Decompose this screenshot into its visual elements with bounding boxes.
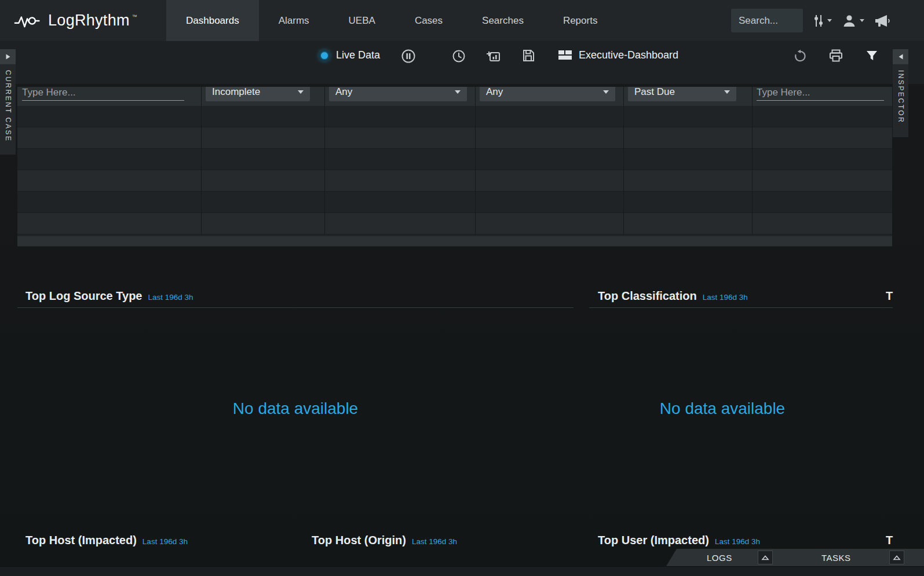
- widget-header-truncated: T: [886, 289, 894, 303]
- table-horizontal-scrollbar[interactable]: [17, 236, 892, 246]
- table-filter-cell: Type Here...: [752, 87, 892, 106]
- up-arrow-icon: [761, 555, 769, 560]
- expand-logs-button[interactable]: [758, 551, 773, 564]
- announcements-button[interactable]: [874, 13, 890, 28]
- select-value: Past Due: [634, 87, 675, 98]
- tab-cases[interactable]: Cases: [395, 0, 462, 41]
- undo-button[interactable]: [793, 49, 807, 63]
- widget-time-range: Last 196d 3h: [143, 537, 188, 546]
- caret-down-icon: [860, 19, 864, 22]
- pause-button[interactable]: [401, 49, 416, 64]
- table-row: [17, 149, 892, 170]
- filter-icon: [865, 50, 878, 61]
- dashboard-grid-icon: [558, 49, 573, 61]
- user-menu[interactable]: [842, 13, 864, 28]
- undo-icon: [793, 49, 807, 63]
- expand-right-icon: [5, 53, 11, 60]
- tab-dashboards[interactable]: Dashboards: [166, 0, 259, 41]
- table-filter-cell: Any: [475, 87, 623, 106]
- table-filter-cell: Any: [324, 87, 475, 106]
- expand-inspector-button[interactable]: [893, 49, 908, 64]
- dashboard-selector[interactable]: Executive-Dashboard: [558, 49, 678, 61]
- priority-filter-select[interactable]: Any: [480, 87, 615, 101]
- expand-current-case-button[interactable]: [0, 49, 16, 64]
- dashboard-toolbar: Live Data: [0, 41, 924, 84]
- table-filter-cell: Incomplete: [201, 87, 324, 106]
- column-divider: [623, 87, 624, 234]
- save-icon: [521, 49, 535, 63]
- logrhythm-logo[interactable]: LogRhythm ™: [0, 0, 166, 41]
- tasks-panel-label: TASKS: [821, 553, 851, 563]
- table-row: [17, 106, 892, 127]
- print-button[interactable]: [828, 49, 843, 63]
- tag-filter-input[interactable]: Type Here...: [757, 87, 884, 101]
- tab-ueba[interactable]: UEBA: [329, 0, 395, 41]
- current-case-label: CURRENT CASE: [4, 70, 12, 142]
- logo-wave-icon: [14, 12, 42, 30]
- widget-header-top-classification: Top Classification Last 196d 3h: [598, 289, 748, 303]
- due-date-filter-select[interactable]: Past Due: [628, 87, 736, 101]
- inspector-label: INSPECTOR: [897, 70, 905, 123]
- select-value: Incomplete: [212, 87, 260, 98]
- no-data-message: No data available: [589, 399, 856, 418]
- expand-tasks-button[interactable]: [889, 551, 904, 564]
- time-range-button[interactable]: [452, 49, 466, 63]
- status-filter-select[interactable]: Incomplete: [206, 87, 310, 101]
- case-name-filter-input[interactable]: Type Here...: [22, 87, 184, 101]
- no-data-message: No data available: [17, 399, 574, 418]
- widget-header-top-log-source-type: Top Log Source Type Last 196d 3h: [25, 289, 193, 303]
- user-icon: [842, 13, 857, 28]
- caret-down-icon: [603, 90, 609, 94]
- sliders-icon: [813, 13, 824, 28]
- table-row: [17, 127, 892, 149]
- tab-searches[interactable]: Searches: [462, 0, 543, 41]
- widget-title: T: [886, 534, 893, 547]
- logrhythm-app: LogRhythm ™ Dashboards Alarms UEBA Cases…: [0, 0, 924, 576]
- owner-filter-select[interactable]: Any: [329, 87, 467, 101]
- settings-menu[interactable]: [813, 13, 832, 28]
- caret-down-icon: [298, 90, 304, 94]
- widget-header-top-user-impacted: Top User (Impacted) Last 196d 3h: [598, 534, 760, 547]
- dashboard-name: Executive-Dashboard: [579, 49, 678, 61]
- inspector-panel-tab[interactable]: INSPECTOR: [893, 49, 908, 137]
- filter-button[interactable]: [865, 50, 878, 61]
- save-dashboard-button[interactable]: [521, 49, 535, 63]
- nav-right-controls: [731, 0, 924, 41]
- table-row: [17, 192, 892, 213]
- caret-down-icon: [724, 90, 730, 94]
- widget-header-truncated: T: [886, 534, 894, 547]
- tab-reports[interactable]: Reports: [543, 0, 618, 41]
- widget-title: Top User (Impacted): [598, 534, 709, 547]
- top-nav: LogRhythm ™ Dashboards Alarms UEBA Cases…: [0, 0, 924, 41]
- megaphone-icon: [874, 13, 890, 28]
- caret-down-icon: [455, 90, 461, 94]
- table-row: [17, 170, 892, 192]
- widget-header-top-host-impacted: Top Host (Impacted) Last 196d 3h: [25, 534, 188, 547]
- column-divider: [752, 87, 753, 234]
- column-divider: [475, 87, 476, 234]
- printer-icon: [828, 49, 843, 63]
- widget-title: T: [886, 289, 893, 303]
- column-divider: [324, 87, 325, 234]
- primary-nav: Dashboards Alarms UEBA Cases Searches Re…: [166, 0, 617, 41]
- table-filter-cell: Type Here...: [17, 87, 201, 106]
- live-data-radio-icon: [321, 52, 328, 59]
- widget-header-top-host-origin: Top Host (Origin) Last 196d 3h: [312, 534, 457, 547]
- live-data-toggle[interactable]: [319, 50, 330, 61]
- pause-icon: [401, 49, 416, 64]
- live-data-label: Live Data: [336, 49, 380, 61]
- widget-time-range: Last 196d 3h: [703, 293, 748, 302]
- column-divider: [201, 87, 202, 234]
- cases-table: Type Here... Incomplete Any Any: [17, 87, 892, 247]
- add-widget-button[interactable]: [485, 49, 501, 63]
- search-input[interactable]: [731, 9, 803, 32]
- current-case-panel-tab[interactable]: CURRENT CASE: [0, 49, 16, 155]
- clock-icon: [452, 49, 466, 63]
- collapsed-panels-bar: LOGS TASKS: [666, 549, 924, 566]
- collapse-left-icon: [898, 53, 904, 60]
- table-row: [17, 213, 892, 234]
- widget-divider: [589, 307, 893, 308]
- tab-alarms[interactable]: Alarms: [259, 0, 329, 41]
- bottom-scroll-track[interactable]: [0, 566, 924, 576]
- widget-time-range: Last 196d 3h: [715, 537, 760, 546]
